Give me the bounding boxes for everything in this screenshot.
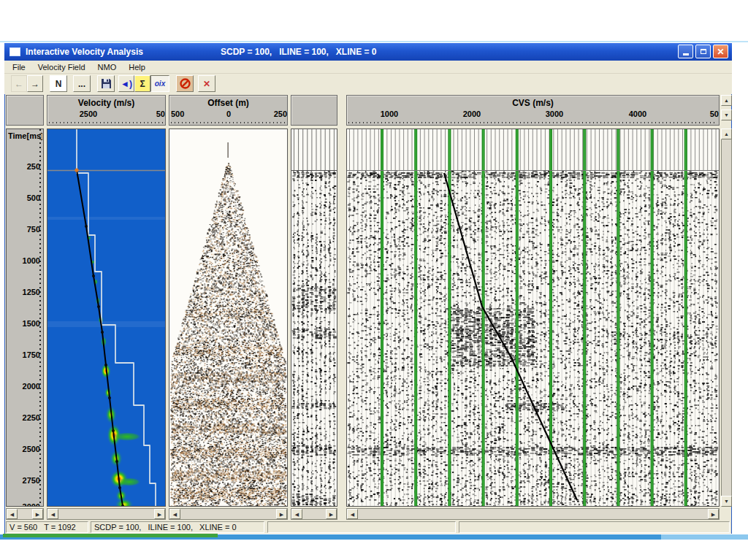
nmo-apply-icon: ◄) <box>121 79 132 89</box>
cvs-tick-2000: 2000 <box>454 110 490 118</box>
progress-strip-green <box>3 534 218 537</box>
cvs-hscrollbar[interactable]: ◀ ▶ <box>346 508 720 520</box>
status-location: SCDP = 100, ILINE = 100, XLINE = 0 <box>91 521 264 533</box>
back-button[interactable]: ← <box>11 75 27 92</box>
delete-button[interactable]: ✕ <box>198 75 215 92</box>
block-button[interactable] <box>176 75 194 92</box>
no-entry-icon <box>180 78 191 89</box>
offset-scroll-left-button[interactable]: ◀ <box>169 509 180 519</box>
cvs-canvas[interactable] <box>347 129 719 506</box>
offset-gather-panel[interactable] <box>169 129 288 507</box>
cvs-header-scroll-up[interactable]: ▲ <box>721 95 732 106</box>
forward-arrow-icon: → <box>31 79 39 89</box>
velocity-scroll-right-button[interactable]: ▶ <box>154 509 165 519</box>
cvs-tick-5000-clipped: 50 <box>701 110 719 118</box>
close-button[interactable]: ✕ <box>713 45 728 58</box>
floppy-disk-icon <box>101 78 112 89</box>
stack-panel[interactable] <box>291 129 337 507</box>
cvs-tick-4000: 4000 <box>619 110 656 118</box>
cvs-vertical-scrollbar[interactable] <box>721 129 732 507</box>
nmo-apply-button[interactable]: ◄) <box>118 75 134 92</box>
cvs-panel[interactable] <box>346 129 720 507</box>
red-x-icon: ✕ <box>203 79 210 89</box>
sigma-button[interactable]: Σ <box>134 75 150 92</box>
offset-tick-0: 0 <box>220 110 237 118</box>
oix-toggle-button[interactable]: oix <box>150 75 169 92</box>
velocity-ruler <box>49 122 164 123</box>
time-tick-1000: 1000 <box>8 256 40 265</box>
menu-file[interactable]: File <box>12 63 26 72</box>
stack-hscrollbar[interactable]: ◀ ▶ <box>291 508 337 520</box>
n-button[interactable]: N <box>50 75 67 92</box>
time-header-box <box>6 95 44 126</box>
offset-title: Offset (m) <box>169 98 287 108</box>
time-axis-label: Time[ms] <box>8 131 42 140</box>
window-title: Interactive Velocity Analysis <box>26 47 143 57</box>
time-scroll-left-button[interactable]: ◀ <box>7 509 18 519</box>
offset-hscrollbar[interactable]: ◀ ▶ <box>169 508 288 520</box>
time-axis-panel: Time[ms] 250 500 750 1000 1250 1500 1750… <box>6 129 44 507</box>
cvs-scroll-up-button[interactable]: ▲ <box>721 129 732 139</box>
time-tick-250: 250 <box>8 162 40 171</box>
cvs-tick-1000: 1000 <box>371 110 408 118</box>
close-icon: ✕ <box>717 47 724 56</box>
stack-scroll-left-button[interactable]: ◀ <box>291 509 302 519</box>
velocity-semblance-canvas[interactable] <box>47 129 165 506</box>
stack-canvas[interactable] <box>291 129 337 506</box>
toolbar: ← → N ... ◄) Σ oix ✕ <box>4 74 732 94</box>
cvs-ruler <box>348 122 717 123</box>
time-tick-500: 500 <box>8 193 40 202</box>
time-tick-2000: 2000 <box>8 382 40 391</box>
velocity-semblance-panel[interactable] <box>47 129 166 507</box>
cvs-header: CVS (m/s) 1000 2000 3000 4000 50 <box>346 95 720 126</box>
cvs-header-scroll-down[interactable]: ▼ <box>721 110 732 120</box>
time-tick-2250: 2250 <box>8 413 40 422</box>
cvs-title: CVS (m/s) <box>347 98 719 108</box>
more-options-button[interactable]: ... <box>73 75 91 92</box>
offset-tick-right: 250 <box>270 110 287 118</box>
forward-button[interactable]: → <box>27 75 43 92</box>
time-tick-1250: 1250 <box>8 288 40 296</box>
cvs-scroll-right-button[interactable]: ▶ <box>708 509 719 519</box>
offset-scroll-right-button[interactable]: ▶ <box>276 509 287 519</box>
time-tick-2500: 2500 <box>8 445 40 453</box>
velocity-scroll-left-button[interactable]: ◀ <box>47 509 58 519</box>
velocity-hscrollbar[interactable]: ◀ ▶ <box>47 508 166 520</box>
velocity-title: Velocity (m/s) <box>47 98 165 108</box>
time-hscrollbar[interactable]: ◀ ▶ <box>6 508 44 520</box>
cvs-scroll-down-button[interactable]: ▼ <box>721 496 732 507</box>
sigma-icon: Σ <box>140 79 145 89</box>
time-tick-3000: 3000 <box>8 502 40 507</box>
minimize-icon <box>683 53 689 55</box>
stack-scroll-right-button[interactable]: ▶ <box>326 509 337 519</box>
offset-ruler <box>171 122 286 123</box>
cvs-scroll-left-button[interactable]: ◀ <box>347 509 358 519</box>
minimize-button[interactable] <box>678 45 693 58</box>
time-tick-2750: 2750 <box>8 476 40 485</box>
menu-help[interactable]: Help <box>129 63 145 72</box>
restore-button[interactable] <box>695 45 711 58</box>
ellipsis-icon: ... <box>78 79 85 89</box>
offset-tick-left: 500 <box>171 110 193 118</box>
slide-divider-line <box>0 41 748 42</box>
offset-header: Offset (m) 500 0 250 <box>169 95 288 126</box>
time-tick-750: 750 <box>8 225 40 234</box>
n-label: N <box>56 79 62 89</box>
time-tick-1750: 1750 <box>8 350 40 359</box>
velocity-header: Velocity (m/s) 2500 50 <box>47 95 166 126</box>
time-tick-1500: 1500 <box>8 319 40 328</box>
status-section-3 <box>267 521 456 533</box>
window-title-info: SCDP = 100, ILINE = 100, XLINE = 0 <box>221 47 377 57</box>
offset-gather-canvas[interactable] <box>169 129 287 506</box>
screen: Interactive Velocity Analysis SCDP = 100… <box>0 0 748 560</box>
menu-velocity-field[interactable]: Velocity Field <box>38 63 85 72</box>
time-scroll-right-button[interactable]: ▶ <box>32 509 43 519</box>
titlebar[interactable]: Interactive Velocity Analysis SCDP = 100… <box>4 43 732 61</box>
menubar: File Velocity Field NMO Help <box>4 61 732 74</box>
stack-header-box <box>291 95 337 126</box>
status-section-4 <box>459 521 730 533</box>
menu-nmo[interactable]: NMO <box>98 63 117 72</box>
velocity-tick-5000-clipped: 50 <box>148 110 165 118</box>
save-button[interactable] <box>97 75 115 92</box>
cvs-tick-3000: 3000 <box>536 110 573 118</box>
